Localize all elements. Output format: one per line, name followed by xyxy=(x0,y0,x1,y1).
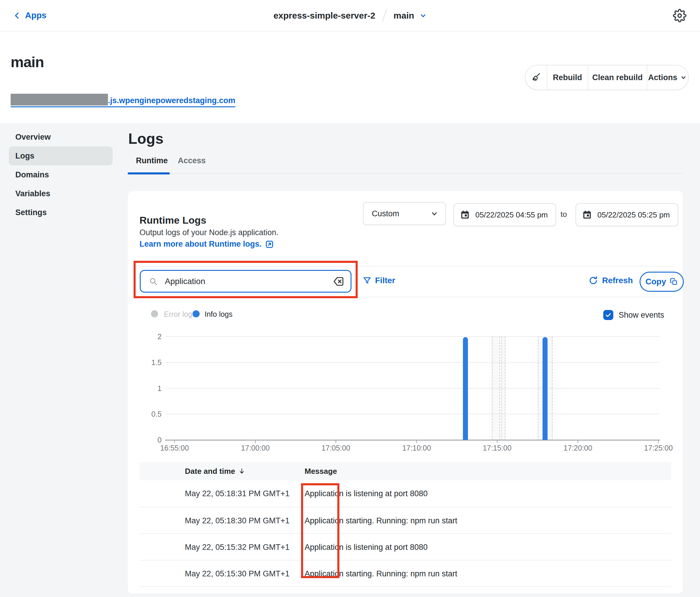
show-events-checkbox[interactable] xyxy=(603,310,613,320)
breadcrumb-separator xyxy=(382,9,387,22)
x-axis-tick-label: 17:00:00 xyxy=(235,444,276,452)
runtime-logs-description: Output logs of your Node.js application. xyxy=(140,228,278,237)
external-link-icon xyxy=(265,240,274,249)
event-region xyxy=(501,337,505,440)
column-header-message[interactable]: Message xyxy=(305,467,337,476)
log-search-field[interactable] xyxy=(140,270,351,293)
breadcrumb-app-name[interactable]: express-simple-server-2 xyxy=(273,10,375,21)
clear-search-icon[interactable] xyxy=(332,275,345,288)
tab-access[interactable]: Access xyxy=(178,156,206,165)
toolbar-top-divider xyxy=(140,266,671,266)
x-axis-tick-label: 17:15:00 xyxy=(476,444,518,452)
redacted-url-part xyxy=(10,94,108,105)
refresh-label: Refresh xyxy=(602,276,633,285)
copy-label: Copy xyxy=(646,277,666,286)
log-message-cell: Application is listening at port 8080 xyxy=(305,480,428,507)
x-axis-tick xyxy=(174,440,175,443)
x-axis-tick xyxy=(335,440,336,443)
column-header-date[interactable]: Date and time xyxy=(185,467,245,476)
sidebar-item-domains[interactable]: Domains xyxy=(9,165,112,184)
gear-icon[interactable] xyxy=(673,9,686,22)
log-message-cell: Application is listening at port 8080 xyxy=(305,534,428,561)
table-row[interactable]: May 22, 05:15:30 PM GMT+1 Application st… xyxy=(140,560,671,587)
actions-button-label: Actions xyxy=(648,73,677,82)
range-join-label: to xyxy=(560,210,567,219)
top-bar: Apps express-simple-server-2 main xyxy=(0,0,700,31)
show-events-label: Show events xyxy=(619,311,664,320)
filter-button[interactable]: Filter xyxy=(363,276,395,285)
sidebar-item-overview[interactable]: Overview xyxy=(9,128,112,147)
breadcrumb-env-name[interactable]: main xyxy=(394,10,414,21)
log-time-cell: May 22, 05:15:30 PM GMT+1 xyxy=(185,561,290,587)
toolbar-bottom-divider xyxy=(140,297,671,297)
info-logs-legend-label[interactable]: Info logs xyxy=(205,310,233,318)
tab-runtime[interactable]: Runtime xyxy=(136,156,168,165)
x-axis-line xyxy=(165,440,660,441)
y-axis-tick-label: 2 xyxy=(144,332,161,341)
error-logs-legend-dot[interactable] xyxy=(151,310,158,317)
log-time-cell: May 22, 05:18:31 PM GMT+1 xyxy=(185,480,290,507)
learn-more-link[interactable]: Learn more about Runtime logs. xyxy=(140,239,274,249)
calendar-icon xyxy=(582,210,592,220)
x-axis-tick xyxy=(497,440,497,443)
rebuild-button-label: Rebuild xyxy=(553,73,582,82)
gridline xyxy=(165,362,660,363)
time-range-preset-value: Custom xyxy=(372,209,399,218)
funnel-icon xyxy=(363,276,372,285)
log-message-cell: Application starting. Running: npm run s… xyxy=(305,508,457,534)
search-icon xyxy=(148,277,158,286)
x-axis-tick-label: 17:05:00 xyxy=(315,444,356,452)
event-region xyxy=(492,337,500,440)
y-axis-tick-label: 0.5 xyxy=(144,410,161,418)
chevron-down-icon xyxy=(680,74,687,81)
chevron-down-icon xyxy=(430,210,438,217)
sidebar-item-variables[interactable]: Variables xyxy=(9,184,112,203)
purge-cache-button[interactable] xyxy=(525,66,547,89)
runtime-logs-title: Runtime Logs xyxy=(140,214,206,226)
chevron-down-icon[interactable] xyxy=(420,12,427,19)
table-row[interactable]: May 22, 05:18:31 PM GMT+1 Application is… xyxy=(140,480,671,507)
environment-url-link[interactable]: .js.wpenginepoweredstaging.com xyxy=(10,94,235,107)
page-title: main xyxy=(10,54,44,71)
rebuild-button[interactable]: Rebuild xyxy=(547,66,588,89)
date-from-input[interactable]: 05/22/2025 04:55 pm xyxy=(453,203,556,226)
info-logs-legend-dot[interactable] xyxy=(193,310,200,317)
time-range-preset-select[interactable]: Custom xyxy=(363,202,446,225)
tabs-divider xyxy=(128,173,683,174)
refresh-button[interactable]: Refresh xyxy=(589,276,633,285)
log-time-cell: May 22, 05:18:30 PM GMT+1 xyxy=(185,508,290,534)
log-message-cell: Application starting. Running: npm run s… xyxy=(305,561,457,587)
broom-icon xyxy=(530,72,542,83)
x-axis-tick xyxy=(416,440,417,443)
clean-rebuild-button[interactable]: Clean rebuild xyxy=(588,66,647,89)
copy-button[interactable]: Copy xyxy=(640,272,684,292)
y-axis-tick-label: 1.5 xyxy=(144,358,161,367)
table-row[interactable]: May 22, 05:15:32 PM GMT+1 Application is… xyxy=(140,534,671,560)
logs-tabs: Runtime Access xyxy=(128,156,683,175)
gridline xyxy=(165,414,660,414)
date-from-value: 05/22/2025 04:55 pm xyxy=(475,210,548,219)
show-events-toggle[interactable]: Show events xyxy=(603,310,664,320)
active-tab-indicator xyxy=(128,173,170,175)
filter-label: Filter xyxy=(375,276,395,285)
calendar-icon xyxy=(460,210,470,220)
environment-sidebar: Overview Logs Domains Variables Settings xyxy=(9,128,112,222)
info-log-bar[interactable] xyxy=(543,337,548,440)
y-axis-tick-label: 0 xyxy=(144,436,161,444)
gridline xyxy=(165,336,660,337)
date-to-value: 05/22/2025 05:25 pm xyxy=(597,210,670,219)
app-root: Apps express-simple-server-2 main main .… xyxy=(0,0,700,597)
sidebar-item-settings[interactable]: Settings xyxy=(9,203,112,222)
log-table-header: Date and time Message xyxy=(140,462,671,480)
gridline xyxy=(165,388,660,389)
error-logs-legend-label[interactable]: Error logs xyxy=(164,310,196,318)
environment-actions-button-group: Rebuild Clean rebuild Actions xyxy=(525,65,689,90)
info-log-bar[interactable] xyxy=(463,337,468,440)
date-to-input[interactable]: 05/22/2025 05:25 pm xyxy=(576,203,678,226)
search-input[interactable] xyxy=(165,277,326,286)
table-row[interactable]: May 22, 05:18:30 PM GMT+1 Application st… xyxy=(140,507,671,534)
breadcrumb: express-simple-server-2 main xyxy=(0,0,700,31)
actions-dropdown-button[interactable]: Actions xyxy=(647,66,688,89)
learn-more-label: Learn more about Runtime logs. xyxy=(140,239,261,249)
sidebar-item-logs[interactable]: Logs xyxy=(9,147,112,165)
